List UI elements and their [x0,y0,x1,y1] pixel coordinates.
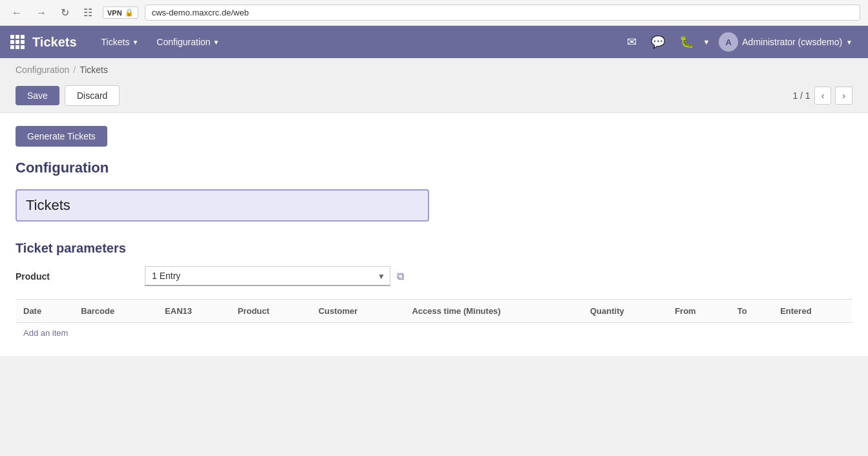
refresh-button[interactable]: ↻ [57,5,73,20]
bug-icon-button[interactable]: 🐛 [674,31,699,53]
forward-button[interactable]: → [32,6,50,20]
vpn-badge: VPN 🔒 [103,6,138,19]
product-select-wrapper: 1 Entry ▼ [145,266,390,286]
col-from: From [667,300,730,323]
nav-menu-tickets[interactable]: Tickets ▼ [92,26,148,58]
col-customer: Customer [311,300,405,323]
grid-view-button[interactable]: ☷ [79,5,96,20]
col-ean13: EAN13 [157,300,230,323]
save-button[interactable]: Save [16,86,59,105]
pagination-area: 1 / 1 ‹ › [792,87,852,105]
browser-chrome: ← → ↻ ☷ VPN 🔒 cws-demo.maxcrc.de/web [0,0,868,26]
app-grid-icon[interactable] [10,35,25,49]
pagination-prev-button[interactable]: ‹ [814,87,832,105]
configuration-name-input[interactable] [16,189,429,222]
product-select[interactable]: 1 Entry [145,266,390,286]
discard-button[interactable]: Discard [65,85,120,106]
bug-menu-chevron: ▼ [703,38,710,46]
col-quantity: Quantity [582,300,667,323]
configuration-section-title: Configuration [16,160,852,176]
product-value-area: 1 Entry ▼ ⧉ [145,266,404,286]
generate-tickets-button[interactable]: Generate Tickets [16,126,107,147]
pagination-next-button[interactable]: › [835,87,852,105]
email-icon-button[interactable]: ✉ [622,31,642,53]
top-nav: Tickets Tickets ▼ Configuration ▼ ✉ 💬 🐛 … [0,26,868,58]
col-product: Product [230,300,311,323]
ticket-params-title: Ticket parameters [16,241,852,256]
add-item-link[interactable]: Add an item [16,323,76,343]
user-avatar: A [719,32,738,52]
table-header: Date Barcode EAN13 Product Customer Acce… [16,300,852,323]
action-bar: Save Discard 1 / 1 ‹ › [0,81,868,112]
chat-icon-button[interactable]: 💬 [646,31,670,53]
col-access-time: Access time (Minutes) [404,300,582,323]
external-link-icon[interactable]: ⧉ [397,271,404,282]
app-title: Tickets [32,35,77,50]
table-header-row: Date Barcode EAN13 Product Customer Acce… [16,300,852,323]
url-bar[interactable]: cws-demo.maxcrc.de/web [145,5,860,21]
breadcrumb-separator: / [73,65,76,75]
lock-icon: 🔒 [125,8,134,17]
product-label: Product [16,271,145,282]
pagination-text: 1 / 1 [792,90,810,101]
breadcrumb-current: Tickets [79,65,108,75]
col-to: To [730,300,773,323]
col-date: Date [16,300,73,323]
configuration-menu-chevron: ▼ [213,39,220,46]
nav-menu-configuration[interactable]: Configuration ▼ [147,26,228,58]
user-menu-button[interactable]: A Administrator (cwsdemo) ▼ [714,28,858,56]
breadcrumb-parent[interactable]: Configuration [16,65,69,75]
product-field-row: Product 1 Entry ▼ ⧉ [16,266,852,286]
tickets-table: Date Barcode EAN13 Product Customer Acce… [16,299,852,323]
breadcrumb: Configuration / Tickets [0,58,868,81]
tickets-menu-chevron: ▼ [132,39,138,46]
col-barcode: Barcode [73,300,157,323]
back-button[interactable]: ← [8,6,26,20]
main-content: Generate Tickets Configuration Ticket pa… [0,112,868,356]
user-chevron: ▼ [846,39,852,46]
nav-right-icons: ✉ 💬 🐛 ▼ A Administrator (cwsdemo) ▼ [622,28,858,56]
col-entered: Entered [772,300,852,323]
